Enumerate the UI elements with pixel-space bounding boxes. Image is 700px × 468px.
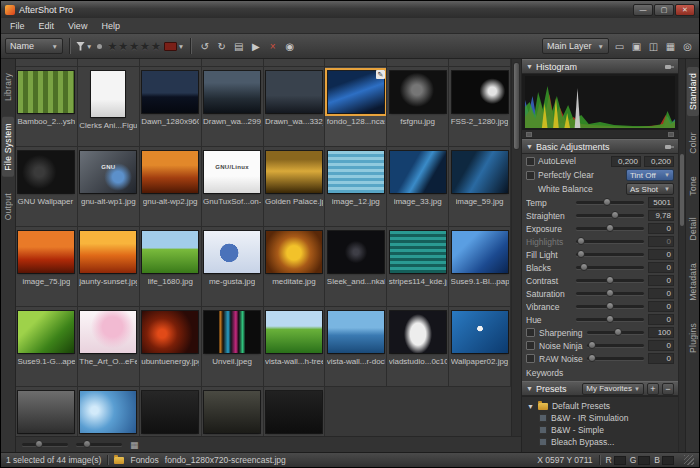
left-tab-file-system[interactable]: File System <box>2 117 14 177</box>
slider-track-exposure[interactable] <box>576 227 644 230</box>
slider-track-vibrance[interactable] <box>576 305 644 308</box>
preset-item[interactable]: Bleach Bypass... <box>525 436 675 448</box>
magnifier-icon[interactable]: ◎ <box>680 38 695 54</box>
slider-knob[interactable] <box>83 440 91 448</box>
thumbnail-cell[interactable]: stripes114_kde.jpg <box>387 227 449 307</box>
thumbnail-cell[interactable]: image_33.jpg <box>387 147 449 227</box>
slider-track-saturation[interactable] <box>576 292 644 295</box>
thumbnail-cell[interactable]: gnu-alt-wp2.jpg <box>140 147 202 227</box>
slider-knob[interactable] <box>577 237 585 245</box>
menu-file[interactable]: File <box>3 19 32 33</box>
right-tab-plugins[interactable]: Plugins <box>687 317 699 359</box>
highlight-clip-icon[interactable] <box>668 132 674 137</box>
slider-knob[interactable] <box>614 328 622 336</box>
slider-knob[interactable] <box>611 211 619 219</box>
slider-knob[interactable] <box>588 341 596 349</box>
slideshow-icon[interactable]: ▶ <box>248 38 263 54</box>
thumbnail-cell[interactable]: Drawn_wa...332_.jpg <box>264 67 326 147</box>
right-tab-standard[interactable]: Standard <box>687 67 699 116</box>
favorites-combo[interactable]: My Favorites▼ <box>582 383 644 395</box>
grid-view-icon[interactable]: ▦ <box>130 440 139 450</box>
slider-knob[interactable] <box>603 198 611 206</box>
rotate-right-icon[interactable]: ↻ <box>214 38 229 54</box>
close-button[interactable]: ✕ <box>675 4 695 16</box>
slider-knob[interactable] <box>606 276 614 284</box>
right-tab-metadata[interactable]: Metadata <box>687 257 699 307</box>
star-icon[interactable]: ★ <box>107 40 117 53</box>
slider-track-fill-light[interactable] <box>576 253 644 256</box>
grid-scrollbar-thumb[interactable] <box>513 62 520 150</box>
slider-track-hue[interactable] <box>576 318 644 321</box>
star-icon[interactable]: ★ <box>129 40 139 53</box>
thumbnail-cell[interactable]: FSS-2_1280.jpg <box>449 67 511 147</box>
menu-help[interactable]: Help <box>94 19 127 33</box>
tint-combo[interactable]: Tint Off▼ <box>626 169 674 181</box>
thumbnail-cell[interactable]: Clerks Ani...Figure.jpg <box>78 67 140 147</box>
sort-combo[interactable]: Name▼ <box>5 38 63 54</box>
autolevel-high-value[interactable]: 0,200 <box>644 156 674 167</box>
slider-knob[interactable] <box>580 263 588 271</box>
slider-track-blacks[interactable] <box>576 266 644 269</box>
autolevel-low-value[interactable]: 0,200 <box>611 156 641 167</box>
star-icon[interactable]: ★ <box>151 40 161 53</box>
thumbnail-size-slider[interactable] <box>22 443 68 446</box>
basic-adjustments-header[interactable]: ▼ Basic Adjustments <box>522 139 678 154</box>
thumbnail-cell[interactable] <box>16 387 78 436</box>
slider-knob[interactable] <box>606 224 614 232</box>
thumbnail-cell[interactable] <box>78 387 140 436</box>
thumbnail-cell[interactable]: jaunty-sunset.jpg <box>78 227 140 307</box>
left-tab-library[interactable]: Library <box>2 67 14 107</box>
right-tab-tone[interactable]: Tone <box>687 170 699 202</box>
camera-icon[interactable]: ◉ <box>282 38 297 54</box>
slider-track-straighten[interactable] <box>576 214 644 217</box>
expand-icon[interactable]: ▼ <box>527 403 534 410</box>
resize-grip[interactable] <box>684 455 694 465</box>
thumbnail-cell[interactable]: Dawn_1280x960.jpg <box>140 67 202 147</box>
shadow-clip-icon[interactable] <box>526 132 532 137</box>
zoom-slider[interactable] <box>76 443 122 446</box>
pin-icon[interactable] <box>664 142 674 152</box>
thumbnail-cell[interactable] <box>202 387 264 436</box>
maximize-button[interactable]: ▢ <box>654 4 674 16</box>
thumbnail-cell[interactable]: vista-wall...h-tree.jpg <box>264 307 326 387</box>
thumbnail-cell[interactable]: me-gusta.jpg <box>202 227 264 307</box>
thumbnail-cell[interactable]: ✎fondo_128...ncast.jpg <box>325 67 387 147</box>
thumbnail-cell[interactable]: The_Art_O...eFear.jpg <box>78 307 140 387</box>
checkbox-raw-noise[interactable] <box>526 354 535 363</box>
thumbnail-cell[interactable]: Drawn_wa...299_.jpg <box>202 67 264 147</box>
slider-track-highlights[interactable] <box>576 240 644 243</box>
presets-header[interactable]: ▼ Presets My Favorites▼ + − <box>522 381 678 396</box>
right-tab-color[interactable]: Color <box>687 126 699 160</box>
star-icon[interactable]: ★ <box>140 40 150 53</box>
thumbnail-cell[interactable]: Bamboo_2...ysha.jpg <box>16 67 78 147</box>
autolevel-checkbox[interactable] <box>526 157 535 166</box>
add-preset-button[interactable]: + <box>647 383 659 395</box>
right-tab-detail[interactable]: Detail <box>687 211 699 247</box>
slider-track-sharpening[interactable] <box>587 331 644 334</box>
thumbnail-cell[interactable]: GNUgnu-alt-wp1.jpg <box>78 147 140 227</box>
filter-button[interactable]: ▼ <box>76 38 92 54</box>
thumbnail-cell[interactable] <box>140 387 202 436</box>
panel-scrollbar[interactable] <box>678 59 685 452</box>
panel-scrollbar-thumb[interactable] <box>680 154 684 226</box>
remove-preset-button[interactable]: − <box>662 383 674 395</box>
thumbnail-cell[interactable]: life_1680.jpg <box>140 227 202 307</box>
slider-knob[interactable] <box>588 354 596 362</box>
two-up-view-icon[interactable]: ◫ <box>646 38 661 54</box>
multi-image-view-icon[interactable]: ▦ <box>663 38 678 54</box>
thumbnail-cell[interactable]: vladstudio...0c1024.jpg <box>387 307 449 387</box>
thumbnail-cell[interactable]: image_59.jpg <box>449 147 511 227</box>
slider-knob[interactable] <box>606 302 614 310</box>
pin-icon[interactable] <box>664 62 674 72</box>
thumbnail-cell[interactable]: Suse9.1-G...apers.jpg <box>16 307 78 387</box>
slider-knob[interactable] <box>577 250 585 258</box>
preset-item[interactable]: B&W - IR Simulation <box>525 412 675 424</box>
rotate-left-icon[interactable]: ↺ <box>197 38 212 54</box>
menu-view[interactable]: View <box>61 19 94 33</box>
layer-combo[interactable]: Main Layer▼ <box>542 38 609 54</box>
thumbnail-cell[interactable]: meditate.jpg <box>264 227 326 307</box>
thumbnail-cell[interactable]: GNU/LinuxGnuTuxSof...on-v1.jpg <box>202 147 264 227</box>
thumbnail-cell[interactable]: Suse9.1-Bl...papers.jpg <box>449 227 511 307</box>
star-icon[interactable]: ★ <box>118 40 128 53</box>
slider-track-temp[interactable] <box>576 201 644 204</box>
